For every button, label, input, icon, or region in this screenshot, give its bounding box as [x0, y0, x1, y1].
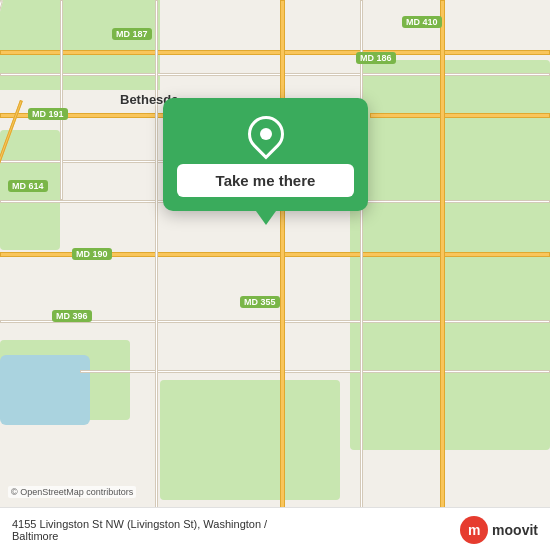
popup-card: Take me there — [163, 98, 368, 211]
road-v-major-right — [440, 0, 445, 550]
badge-md355: MD 355 — [240, 296, 280, 308]
address-text: 4155 Livingston St NW (Livingston St), W… — [12, 518, 460, 542]
road-v-major-center — [280, 0, 285, 550]
badge-md396: MD 396 — [52, 310, 92, 322]
road-h1 — [0, 73, 550, 76]
road-v2 — [155, 0, 158, 550]
road-h5 — [80, 370, 550, 373]
moovit-logo-icon: m — [460, 516, 488, 544]
moovit-logo: m moovit — [460, 516, 538, 544]
road-v1 — [60, 0, 63, 200]
address-line1: 4155 Livingston St NW (Livingston St), W… — [12, 518, 267, 530]
road-mid-major-right — [370, 113, 550, 118]
moovit-brand-name: moovit — [492, 522, 538, 538]
road-v3 — [360, 0, 363, 550]
pin-inner — [260, 128, 272, 140]
badge-md614: MD 614 — [8, 180, 48, 192]
pin-outer — [240, 109, 291, 160]
badge-md191: MD 191 — [28, 108, 68, 120]
badge-md190: MD 190 — [72, 248, 112, 260]
road-top-major — [0, 50, 550, 55]
water-area — [0, 355, 90, 425]
badge-md187: MD 187 — [112, 28, 152, 40]
green-area-southeast — [350, 200, 550, 450]
green-area-northeast — [0, 0, 160, 90]
badge-md410: MD 410 — [402, 16, 442, 28]
popup-pin — [246, 114, 286, 154]
address-line2: Baltimore — [12, 530, 58, 542]
take-me-there-button[interactable]: Take me there — [177, 164, 354, 197]
info-bar: 4155 Livingston St NW (Livingston St), W… — [0, 507, 550, 550]
green-area-south — [160, 380, 340, 500]
osm-attribution: © OpenStreetMap contributors — [8, 486, 136, 498]
map-container: MD 187 MD 410 MD 186 MD 191 MD 614 MD 19… — [0, 0, 550, 550]
badge-md186: MD 186 — [356, 52, 396, 64]
